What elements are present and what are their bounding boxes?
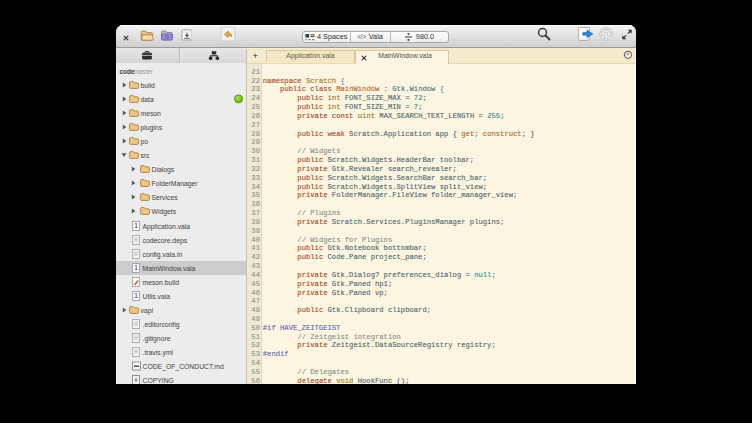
svg-text:1: 1	[134, 264, 138, 271]
svg-text:1: 1	[134, 222, 138, 229]
svg-text:1: 1	[134, 292, 138, 299]
